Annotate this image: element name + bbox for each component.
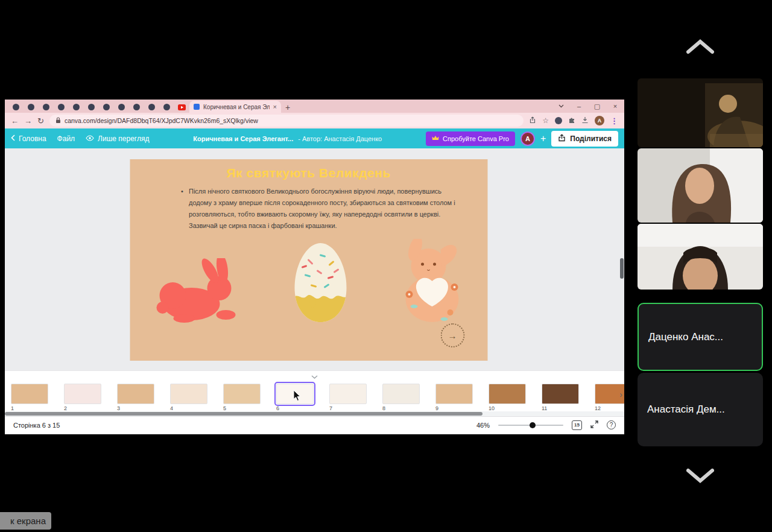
page-thumbnail[interactable] <box>64 384 101 404</box>
page-thumbnail[interactable] <box>117 384 154 404</box>
tab-strip: Коричневая и Серая Элегантн × + – ▢ × <box>5 100 624 113</box>
grid-view-button[interactable]: 15 <box>572 420 582 430</box>
tab-search-icon[interactable] <box>552 100 570 113</box>
browser-mini-tab[interactable] <box>129 101 144 113</box>
home-button[interactable]: Головна <box>11 135 46 143</box>
try-pro-button[interactable]: Спробуйте Canva Pro <box>426 131 515 146</box>
active-tab[interactable]: Коричневая и Серая Элегантн × <box>189 101 281 113</box>
browser-mini-tab[interactable] <box>8 101 24 113</box>
reload-icon[interactable]: ↻ <box>37 117 44 125</box>
scroll-participants-down-button[interactable] <box>686 468 714 484</box>
presentation-slide: Як святкують Великдень •Після нічного св… <box>130 159 487 361</box>
browser-mini-tab[interactable] <box>84 101 99 113</box>
minimize-button[interactable]: – <box>570 100 588 113</box>
zoom-slider[interactable] <box>498 422 563 429</box>
participant-video-1[interactable] <box>638 78 763 147</box>
filmstrip-page-2[interactable]: 2 <box>64 384 101 411</box>
canvas-area: Як святкують Великдень •Після нічного св… <box>5 148 624 370</box>
tab-favicon <box>133 104 140 110</box>
participant-audio-only[interactable]: Анастасія Дем... <box>638 373 763 446</box>
tab-favicon <box>88 104 95 110</box>
filmstrip-page-8[interactable]: 8 <box>382 384 420 411</box>
tab-favicon <box>43 104 49 110</box>
maximize-button[interactable]: ▢ <box>588 100 606 113</box>
status-bar-right: 46% 15 ? <box>476 420 616 430</box>
filmstrip-page-9[interactable]: 9 <box>435 384 473 411</box>
share-label: Поділитися <box>570 135 612 143</box>
tab-close-icon[interactable]: × <box>273 103 277 110</box>
filmstrip-page-1[interactable]: 1 <box>11 384 48 411</box>
browser-mini-tab[interactable] <box>39 101 54 113</box>
filmstrip-page-5[interactable]: 5 <box>223 384 261 411</box>
forward-icon[interactable]: → <box>24 117 32 125</box>
participant-name: Анастасія Дем... <box>647 404 725 416</box>
page-number: 4 <box>170 405 207 411</box>
participant-video-2[interactable] <box>638 148 763 223</box>
page-thumbnail[interactable] <box>170 384 207 404</box>
mouse-cursor <box>293 390 302 404</box>
browser-mini-tab[interactable] <box>114 101 129 113</box>
tab-favicon <box>148 104 155 110</box>
page-number: 11 <box>542 405 579 411</box>
address-bar-actions: ☆ A ⋮ <box>529 115 618 126</box>
file-label: Файл <box>57 135 75 143</box>
page-thumbnail[interactable] <box>382 384 420 404</box>
profile-avatar[interactable]: A <box>595 116 604 125</box>
scroll-participants-up-button[interactable] <box>686 39 714 54</box>
help-button[interactable]: ? <box>607 420 616 429</box>
participant-active[interactable]: Даценко Анас... <box>638 303 763 371</box>
mini-tabs <box>8 101 174 113</box>
slide-paragraph: Після нічного святкового Великоднього бо… <box>189 188 455 229</box>
horizontal-scrollbar-track[interactable] <box>5 411 624 416</box>
page-number: 9 <box>435 405 473 411</box>
browser-mini-tab[interactable] <box>144 101 159 113</box>
browser-mini-tab[interactable] <box>24 101 39 113</box>
screen: Коричневая и Серая Элегантн × + – ▢ × ← … <box>0 0 772 532</box>
page-thumbnail[interactable] <box>435 384 473 404</box>
tab-favicon <box>163 104 170 110</box>
view-only-indicator[interactable]: Лише перегляд <box>86 135 149 143</box>
page-thumbnail[interactable] <box>11 384 48 404</box>
bookmark-star-icon[interactable]: ☆ <box>542 116 549 125</box>
back-icon[interactable]: ← <box>11 117 19 125</box>
filmstrip-page-11[interactable]: 11 <box>542 384 579 411</box>
page-thumbnail[interactable] <box>542 384 579 404</box>
next-slide-button[interactable]: → <box>440 323 464 347</box>
browser-mini-tab[interactable] <box>159 101 174 113</box>
extensions-puzzle-icon[interactable] <box>568 115 575 126</box>
user-avatar[interactable]: A <box>520 131 535 146</box>
youtube-tab[interactable] <box>174 101 189 113</box>
browser-menu-icon[interactable]: ⋮ <box>610 116 618 125</box>
fullscreen-icon[interactable] <box>590 420 598 429</box>
browser-mini-tab[interactable] <box>54 101 69 113</box>
vertical-scrollbar[interactable] <box>620 258 624 279</box>
browser-mini-tab[interactable] <box>99 101 114 113</box>
horizontal-scrollbar-thumb[interactable] <box>5 412 482 416</box>
filmstrip-page-10[interactable]: 10 <box>489 384 526 411</box>
page-thumbnail[interactable] <box>489 384 526 404</box>
file-menu[interactable]: Файл <box>57 135 75 143</box>
close-button[interactable]: × <box>606 100 624 113</box>
document-title: Коричневая и Серая Элегант... <box>193 135 293 142</box>
filmstrip-scroll-right[interactable]: › <box>619 390 622 399</box>
extension-avatar-icon[interactable] <box>555 117 562 124</box>
export-icon <box>558 134 566 144</box>
share-page-icon[interactable] <box>529 115 536 126</box>
filmstrip-page-4[interactable]: 4 <box>170 384 207 411</box>
page-thumbnail[interactable] <box>223 384 261 404</box>
download-icon[interactable] <box>581 115 589 126</box>
screen-share-indicator[interactable]: к екрана <box>0 512 51 530</box>
document-author: - Автор: Анастасія Даценко <box>298 135 382 142</box>
page-thumbnail[interactable] <box>329 384 367 404</box>
filmstrip-page-3[interactable]: 3 <box>117 384 154 411</box>
browser-mini-tab[interactable] <box>69 101 84 113</box>
filmstrip-page-7[interactable]: 7 <box>329 384 367 411</box>
page-number: 7 <box>329 405 367 411</box>
collapse-filmstrip-button[interactable] <box>301 373 329 381</box>
add-member-button[interactable]: + <box>540 133 546 144</box>
participant-video-3[interactable] <box>638 224 763 290</box>
share-design-button[interactable]: Поділитися <box>551 131 618 147</box>
new-tab-button[interactable]: + <box>281 101 294 113</box>
url-field[interactable]: canva.com/design/DAFd8DbqT64/XJpdC7WKvkn… <box>49 115 524 127</box>
zoom-slider-thumb[interactable] <box>530 422 536 428</box>
